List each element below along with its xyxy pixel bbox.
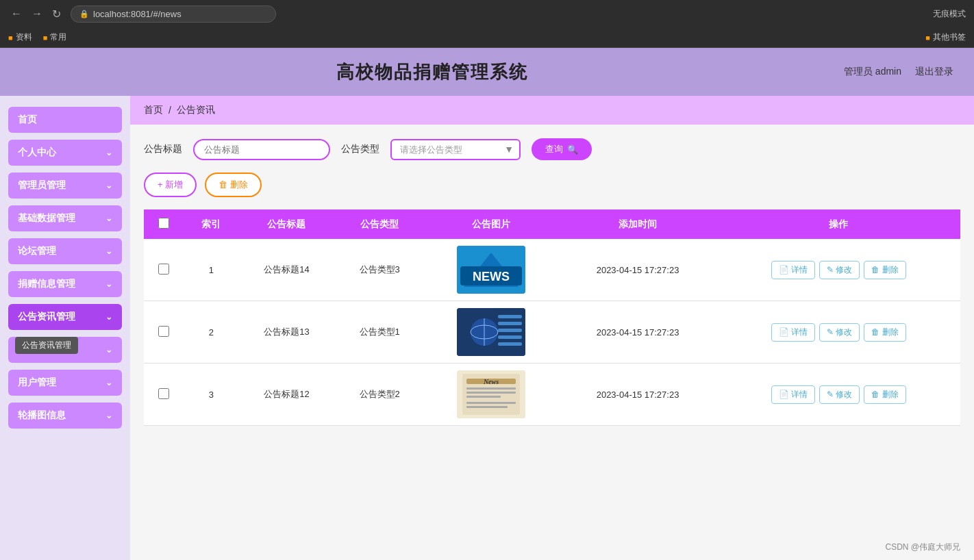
edit-btn-1[interactable]: ✎ 修改: [819, 261, 860, 279]
browser-nav[interactable]: ← → ↻: [8, 6, 64, 22]
row-action-group-3: 📄 详情 ✎ 修改 🗑 删除: [723, 385, 953, 404]
svg-rect-9: [498, 335, 522, 339]
svg-text:NEWS: NEWS: [473, 270, 510, 283]
row-image-1: NEWS: [424, 239, 559, 301]
query-btn-label: 查询: [545, 143, 563, 155]
news-image-1: NEWS: [457, 246, 525, 294]
table-row: 2 公告标题13 公告类型1: [144, 301, 960, 364]
browser-right-controls: 无痕模式: [933, 8, 966, 20]
delete-btn-label: 🗑 删除: [218, 179, 248, 191]
bookmarks-bar: ■ 资料 ■ 常用 ■ 其他书签: [0, 27, 974, 48]
sidebar-news-label: 公告资讯管理: [18, 311, 75, 323]
app-body: 首页 个人中心 ⌄ 管理员管理 ⌄ 基础数据管理 ⌄ 论坛管理 ⌄ 捐赠信息管理…: [0, 96, 974, 560]
table-body: 1 公告标题14 公告类型3 NEWS: [144, 239, 960, 426]
incognito-btn[interactable]: 无痕模式: [933, 8, 966, 20]
sidebar-home-label: 首页: [18, 114, 37, 126]
chevron-down-icon-5: ⌄: [105, 279, 112, 289]
del-row-btn-1[interactable]: 🗑 删除: [864, 261, 906, 279]
sidebar-item-user[interactable]: 用户管理 ⌄: [8, 370, 122, 396]
type-select-wrapper: 请选择公告类型 公告类型1 公告类型2 公告类型3 ▼: [390, 139, 521, 160]
del-row-btn-2[interactable]: 🗑 删除: [864, 323, 906, 342]
query-button[interactable]: 查询 🔍: [532, 138, 592, 160]
chevron-down-icon-6: ⌄: [105, 312, 112, 322]
col-image: 公告图片: [424, 209, 559, 239]
edit-btn-3[interactable]: ✎ 修改: [819, 385, 860, 404]
back-btn[interactable]: ←: [8, 6, 25, 21]
edit-icon-2: ✎: [827, 327, 834, 337]
svg-rect-18: [466, 392, 516, 394]
bookmark-common[interactable]: ■ 常用: [43, 31, 67, 43]
svg-rect-17: [466, 387, 516, 390]
bookmark-label-1: 资料: [16, 31, 32, 43]
sidebar-profile-label: 个人中心: [18, 147, 56, 159]
logout-btn[interactable]: 退出登录: [915, 66, 953, 78]
sidebar-item-basedata[interactable]: 基础数据管理 ⌄: [8, 205, 122, 231]
sidebar-basedata-label: 基础数据管理: [18, 212, 75, 225]
row-time-1: 2023-04-15 17:27:23: [559, 239, 717, 301]
row-actions-3: 📄 详情 ✎ 修改 🗑 删除: [716, 364, 960, 426]
bookmark-icon-2: ■: [43, 34, 48, 42]
address-bar[interactable]: 🔒 localhost:8081/#/news: [71, 5, 276, 23]
chevron-down-icon-7: ⌄: [105, 345, 112, 355]
row-checkbox-cell-1[interactable]: [144, 239, 184, 301]
edit-icon-1: ✎: [827, 265, 834, 275]
sidebar-item-forum[interactable]: 论坛管理 ⌄: [8, 238, 122, 264]
refresh-btn[interactable]: ↻: [49, 6, 64, 22]
browser-chrome: ← → ↻ 🔒 localhost:8081/#/news 无痕模式: [0, 0, 974, 27]
row-time-2: 2023-04-15 17:27:23: [559, 301, 717, 364]
breadcrumb-home[interactable]: 首页: [144, 104, 163, 116]
title-search-label: 公告标题: [144, 143, 182, 155]
row-checkbox-3[interactable]: [158, 388, 169, 399]
sidebar-item-home[interactable]: 首页: [8, 107, 122, 133]
detail-btn-1[interactable]: 📄 详情: [771, 261, 815, 279]
sidebar-item-admin[interactable]: 管理员管理 ⌄: [8, 173, 122, 199]
chevron-down-icon-8: ⌄: [105, 378, 112, 387]
delete-button[interactable]: 🗑 删除: [205, 173, 262, 197]
sidebar-tooltip: 公告资讯管理: [15, 337, 78, 354]
row-checkbox-2[interactable]: [158, 326, 169, 337]
col-index: 索引: [184, 209, 238, 239]
news-image-2: [457, 308, 525, 356]
col-time: 添加时间: [559, 209, 717, 239]
row-type-1: 公告类型3: [335, 239, 424, 301]
title-search-input[interactable]: [193, 139, 330, 160]
add-btn-label: + 新增: [158, 179, 183, 191]
row-checkbox-cell-2[interactable]: [144, 301, 184, 364]
bookmark-resources[interactable]: ■ 资料: [8, 31, 32, 43]
detail-icon-3: 📄: [779, 390, 789, 399]
svg-rect-7: [498, 322, 522, 325]
trash-icon-3: 🗑: [871, 390, 879, 399]
table-row: 3 公告标题12 公告类型2 News: [144, 364, 960, 426]
edit-btn-2[interactable]: ✎ 修改: [819, 323, 860, 342]
trash-icon-1: 🗑: [871, 265, 879, 275]
sidebar: 首页 个人中心 ⌄ 管理员管理 ⌄ 基础数据管理 ⌄ 论坛管理 ⌄ 捐赠信息管理…: [0, 96, 130, 560]
search-icon: 🔍: [567, 144, 578, 155]
chevron-down-icon-3: ⌄: [105, 214, 112, 223]
header-checkbox-cell[interactable]: [144, 209, 184, 239]
add-button[interactable]: + 新增: [144, 173, 197, 197]
sidebar-item-profile[interactable]: 个人中心 ⌄: [8, 140, 122, 166]
row-title-2: 公告标题13: [238, 301, 336, 364]
row-title-3: 公告标题12: [238, 364, 336, 426]
sidebar-item-banner[interactable]: 轮播图信息 ⌄: [8, 403, 122, 429]
sidebar-item-news[interactable]: 公告资讯管理 ⌄ 公告资讯管理: [8, 304, 122, 330]
sidebar-item-donation[interactable]: 捐赠信息管理 ⌄: [8, 271, 122, 297]
row-checkbox-1[interactable]: [158, 264, 169, 275]
row-type-2: 公告类型1: [335, 301, 424, 364]
url-text: localhost:8081/#/news: [93, 9, 182, 19]
col-type: 公告类型: [335, 209, 424, 239]
svg-rect-19: [466, 396, 501, 398]
action-row: + 新增 🗑 删除: [144, 173, 960, 197]
data-table: 索引 公告标题 公告类型 公告图片 添加时间 操作 1: [144, 209, 960, 426]
other-bookmarks[interactable]: ■ 其他书签: [925, 31, 966, 43]
detail-btn-2[interactable]: 📄 详情: [771, 323, 815, 342]
row-checkbox-cell-3[interactable]: [144, 364, 184, 426]
select-all-checkbox[interactable]: [158, 218, 169, 229]
forward-btn[interactable]: →: [29, 6, 45, 21]
svg-text:News: News: [483, 378, 499, 385]
type-select[interactable]: 请选择公告类型 公告类型1 公告类型2 公告类型3: [390, 139, 521, 160]
del-row-btn-3[interactable]: 🗑 删除: [864, 385, 906, 404]
detail-btn-3[interactable]: 📄 详情: [771, 385, 815, 404]
chevron-down-icon-4: ⌄: [105, 246, 112, 256]
row-actions-2: 📄 详情 ✎ 修改 🗑 删除: [716, 301, 960, 364]
